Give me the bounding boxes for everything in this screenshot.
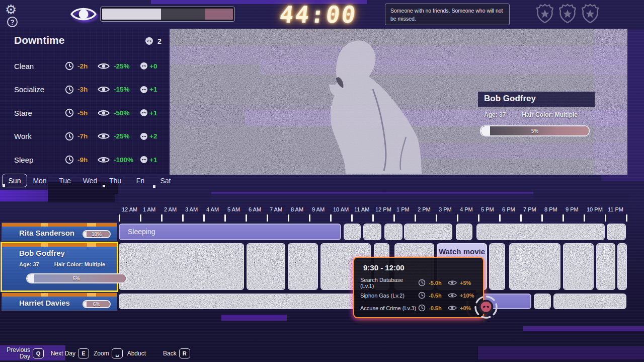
subject-card-bob[interactable]: Bob Godfrey Age: 37 Hair Color: Multiple… bbox=[2, 243, 117, 291]
unknown-activity-block[interactable] bbox=[363, 224, 381, 240]
downtime-option-sleep[interactable]: Sleep-9h-100%+1 bbox=[0, 148, 170, 172]
unknown-activity-block[interactable] bbox=[456, 224, 472, 240]
eye-icon bbox=[448, 293, 457, 298]
day-tab-sun[interactable]: Sun bbox=[2, 174, 27, 187]
watch-meter-segment bbox=[161, 9, 205, 20]
popup-action-accuse-of-crime-lv-3-[interactable]: Accuse of Crime (Lv.3)-0.5h+0% bbox=[360, 302, 477, 314]
hotkey-label: Abduct bbox=[127, 350, 146, 357]
subject-note: Someone with no friends. Someone who wil… bbox=[385, 4, 510, 25]
day-tab-thu[interactable]: Thu bbox=[103, 174, 128, 187]
eye-icon bbox=[98, 86, 110, 93]
day-tab-fri[interactable]: Fri bbox=[128, 174, 153, 187]
glitch-streak bbox=[478, 346, 644, 359]
unknown-activity-block[interactable] bbox=[476, 224, 605, 240]
eye-icon bbox=[98, 62, 110, 70]
unknown-activity-block[interactable] bbox=[509, 243, 560, 290]
unknown-activity-block[interactable] bbox=[247, 243, 285, 290]
unknown-activity-block[interactable] bbox=[596, 243, 615, 290]
eye-icon bbox=[98, 132, 110, 140]
subject-card-harriet[interactable]: Harriet Davies 6% bbox=[2, 293, 117, 310]
hotkey-abduct: Abduct bbox=[127, 350, 146, 357]
subject-info-panel: Bob Godfrey Age: 37 Hair Color: Multiple… bbox=[478, 92, 595, 136]
eye-icon bbox=[98, 109, 110, 117]
glitch-streak bbox=[221, 315, 287, 321]
hour-label: 4 AM bbox=[206, 206, 219, 212]
downtime-option-clean[interactable]: Clean-2h-25%+0 bbox=[0, 54, 170, 78]
hour-tick bbox=[224, 214, 226, 222]
hour-label: 2 PM bbox=[418, 206, 431, 212]
day-tab-tue[interactable]: Tue bbox=[52, 174, 77, 187]
hour-tick bbox=[161, 214, 163, 222]
settings-gear-icon[interactable]: ⚙ bbox=[5, 2, 17, 18]
downtime-label: Socialize bbox=[14, 85, 65, 94]
downtime-label: Stare bbox=[14, 109, 65, 117]
downtime-counter-value: 2 bbox=[157, 37, 162, 45]
hour-label: 7 PM bbox=[523, 206, 536, 212]
downtime-alien-delta: +1 bbox=[149, 109, 163, 117]
unknown-activity-block[interactable] bbox=[119, 243, 244, 290]
unknown-activity-block[interactable] bbox=[404, 224, 452, 240]
hour-tick bbox=[499, 214, 501, 222]
downtime-watch-delta: -50% bbox=[114, 109, 140, 117]
card-details: Age: 37 Hair Color: Multiple bbox=[19, 261, 112, 267]
subject-card-rita[interactable]: Rita Sanderson 10% bbox=[2, 223, 117, 241]
police-badge-icon bbox=[559, 4, 576, 24]
downtime-label: Clean bbox=[14, 62, 65, 70]
popup-action-search-database-lv-1-[interactable]: Search Database (Lv.1)-5.0h+5% bbox=[360, 276, 477, 289]
alien-icon bbox=[140, 156, 148, 164]
static-noise bbox=[405, 225, 451, 239]
hotkey-label: Back bbox=[163, 350, 177, 357]
alien-icon bbox=[140, 109, 148, 117]
card-name: Bob Godfrey bbox=[19, 249, 65, 257]
progress-percent: 5% bbox=[481, 126, 589, 135]
hour-tick bbox=[203, 214, 205, 222]
police-badge-icon bbox=[582, 4, 599, 24]
static-noise bbox=[554, 295, 625, 308]
unknown-activity-block[interactable] bbox=[119, 294, 355, 309]
unknown-activity-block[interactable] bbox=[534, 294, 551, 309]
glitch-streak bbox=[0, 190, 88, 201]
unknown-activity-block[interactable] bbox=[344, 224, 361, 240]
static-noise bbox=[608, 225, 625, 239]
glitch-dot bbox=[3, 184, 5, 187]
static-noise bbox=[289, 244, 317, 289]
hour-label: 8 PM bbox=[544, 206, 557, 212]
card-progress-percent: 6% bbox=[84, 301, 110, 307]
subject-progress-bar: 5% bbox=[480, 125, 590, 136]
unknown-activity-block[interactable] bbox=[617, 243, 627, 290]
downtime-watch-delta: -25% bbox=[114, 62, 140, 70]
alien-icon bbox=[145, 37, 153, 45]
hotkey-next-day: Next DayE bbox=[48, 348, 89, 358]
hour-label: 5 PM bbox=[481, 206, 494, 212]
unknown-activity-block[interactable] bbox=[553, 294, 626, 309]
alien-icon bbox=[140, 62, 148, 70]
downtime-alien-delta: +1 bbox=[149, 86, 163, 93]
downtime-option-socialize[interactable]: Socialize-3h-15%+1 bbox=[0, 78, 170, 102]
popup-action-siphon-gas-lv-2-[interactable]: Siphon Gas (Lv.2)-0.5h+10% bbox=[360, 289, 477, 302]
unknown-activity-block[interactable] bbox=[489, 243, 505, 290]
help-icon[interactable]: ? bbox=[7, 17, 18, 27]
downtime-option-work[interactable]: Work-7h-25%+2 bbox=[0, 125, 170, 149]
hour-tick bbox=[562, 214, 564, 222]
watch-eye-icon bbox=[69, 4, 98, 24]
day-tab-wed[interactable]: Wed bbox=[77, 174, 103, 187]
unknown-activity-block[interactable] bbox=[288, 243, 318, 290]
unknown-activity-block[interactable] bbox=[563, 243, 594, 290]
abduct-target-icon[interactable] bbox=[473, 295, 499, 320]
unknown-activity-block[interactable] bbox=[607, 224, 626, 240]
static-noise bbox=[120, 244, 243, 289]
downtime-option-stare[interactable]: Stare-5h-50%+1 bbox=[0, 101, 170, 125]
activity-block-sleeping[interactable]: Sleeping bbox=[119, 224, 341, 240]
subject-name-plate: Bob Godfrey bbox=[478, 92, 595, 107]
day-tab-mon[interactable]: Mon bbox=[27, 174, 52, 187]
action-label: Siphon Gas (Lv.2) bbox=[360, 293, 418, 299]
action-popup: 9:30 - 12:00 Search Database (Lv.1)-5.0h… bbox=[353, 257, 484, 318]
alien-icon bbox=[140, 86, 148, 94]
card-stripe bbox=[2, 223, 117, 227]
unknown-activity-block[interactable] bbox=[384, 224, 403, 240]
subject-details: Age: 37 Hair Color: Multiple bbox=[484, 111, 595, 118]
day-tab-sat[interactable]: Sat bbox=[153, 174, 178, 187]
card-name: Harriet Davies bbox=[19, 299, 70, 307]
card-name: Rita Sanderson bbox=[19, 229, 74, 237]
hour-tick bbox=[351, 214, 353, 222]
